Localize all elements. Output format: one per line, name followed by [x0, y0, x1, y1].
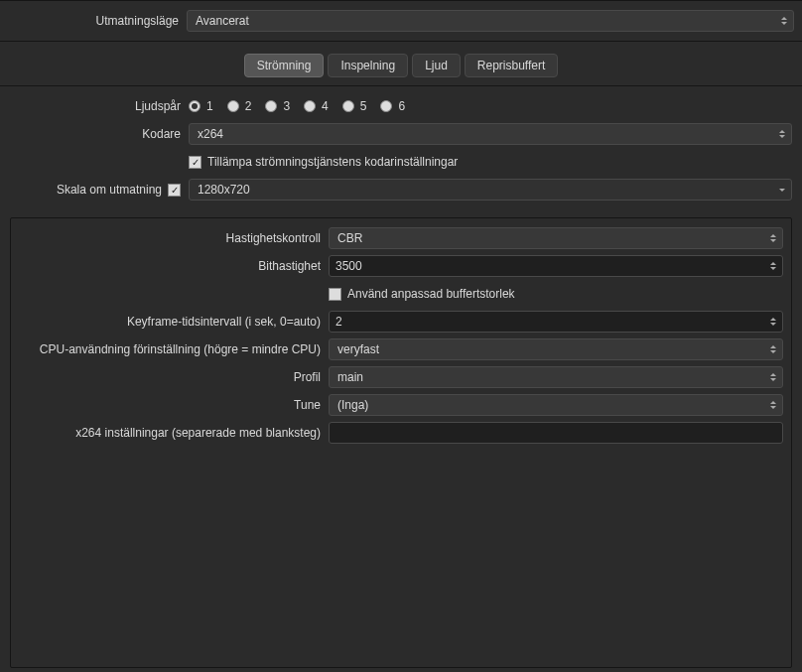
keyframe-label: Keyframe-tidsintervall (i sek, 0=auto) [19, 315, 329, 329]
audio-track-radio-6[interactable] [380, 100, 392, 112]
output-mode-select[interactable]: Avancerat [187, 10, 794, 32]
rescale-select[interactable]: 1280x720 [189, 179, 792, 201]
audio-track-radio-5[interactable] [342, 100, 354, 112]
updown-icon [766, 313, 780, 331]
encoder-label: Kodare [10, 127, 189, 141]
audio-track-radio-4[interactable] [304, 100, 316, 112]
rate-control-row: Hastighetskontroll CBR [19, 224, 783, 252]
enforce-service-row: ✓ Tillämpa strömningstjänstens kodarinst… [10, 148, 792, 176]
tab-streaming[interactable]: Strömning [244, 54, 325, 77]
output-mode-label: Utmatningsläge [8, 14, 187, 28]
tab-replay-buffer[interactable]: Reprisbuffert [465, 54, 558, 77]
audio-track-6-label: 6 [398, 99, 405, 113]
x264opts-label: x264 inställningar (separerade med blank… [19, 426, 329, 440]
x264opts-row: x264 inställningar (separerade med blank… [19, 419, 783, 447]
keyframe-row: Keyframe-tidsintervall (i sek, 0=auto) 2 [19, 308, 783, 336]
encoder-row: Kodare x264 [10, 120, 792, 148]
updown-icon [766, 257, 780, 275]
streaming-panel: Ljudspår 1 2 3 4 5 6 Kodare x264 [0, 86, 802, 672]
rescale-row: Skala om utmatning ✓ 1280x720 [10, 176, 792, 203]
chevron-down-icon [775, 181, 789, 199]
rate-control-label: Hastighetskontroll [19, 231, 329, 245]
tab-recording[interactable]: Inspelning [328, 54, 408, 77]
keyframe-value: 2 [335, 315, 342, 329]
audio-track-radio-1[interactable] [189, 100, 200, 112]
cpu-preset-value: veryfast [337, 342, 379, 356]
tune-row: Tune (Inga) [19, 391, 783, 419]
custom-buffer-label: Använd anpassad buffertstorlek [347, 287, 515, 301]
updown-icon [777, 12, 791, 30]
output-tabs: Strömning Inspelning Ljud Reprisbuffert [0, 42, 802, 86]
cpu-preset-label: CPU-användning förinställning (högre = m… [19, 342, 329, 356]
custom-buffer-row: Använd anpassad buffertstorlek [19, 280, 783, 308]
audio-track-label: Ljudspår [10, 99, 189, 113]
encoder-select[interactable]: x264 [189, 123, 792, 145]
encoder-value: x264 [198, 127, 223, 141]
updown-icon [775, 125, 789, 143]
keyframe-input[interactable]: 2 [329, 311, 783, 333]
x264opts-input[interactable] [329, 422, 783, 444]
audio-track-2-label: 2 [245, 99, 252, 113]
tune-label: Tune [19, 398, 329, 412]
output-mode-row: Utmatningsläge Avancerat [0, 0, 802, 42]
rate-control-select[interactable]: CBR [329, 227, 783, 249]
enforce-service-checkbox[interactable]: ✓ [189, 156, 201, 169]
tune-value: (Inga) [337, 398, 368, 412]
audio-track-4-label: 4 [322, 99, 329, 113]
bitrate-label: Bithastighet [19, 259, 329, 273]
rate-control-value: CBR [337, 231, 362, 245]
cpu-preset-select[interactable]: veryfast [329, 338, 783, 360]
rescale-checkbox[interactable]: ✓ [168, 184, 181, 197]
audio-track-3-label: 3 [283, 99, 290, 113]
updown-icon [766, 340, 780, 358]
profile-row: Profil main [19, 363, 783, 391]
audio-track-row: Ljudspår 1 2 3 4 5 6 [10, 92, 792, 120]
rescale-label: Skala om utmatning [57, 183, 162, 197]
output-mode-value: Avancerat [196, 14, 249, 28]
profile-select[interactable]: main [329, 366, 783, 388]
audio-track-1-label: 1 [206, 99, 213, 113]
updown-icon [766, 396, 780, 414]
audio-track-radio-2[interactable] [227, 100, 239, 112]
enforce-service-label: Tillämpa strömningstjänstens kodarinstäl… [207, 155, 458, 169]
updown-icon [766, 229, 780, 247]
encoder-settings-group: Hastighetskontroll CBR Bithastighet 3500 [10, 217, 792, 668]
bitrate-value: 3500 [335, 259, 362, 273]
cpu-preset-row: CPU-användning förinställning (högre = m… [19, 336, 783, 363]
tab-audio[interactable]: Ljud [412, 54, 461, 77]
audio-track-5-label: 5 [360, 99, 367, 113]
custom-buffer-checkbox[interactable] [329, 288, 341, 301]
updown-icon [766, 368, 780, 386]
bitrate-row: Bithastighet 3500 [19, 252, 783, 280]
profile-value: main [337, 370, 363, 384]
rescale-value: 1280x720 [198, 183, 250, 197]
bitrate-input[interactable]: 3500 [329, 255, 783, 277]
profile-label: Profil [19, 370, 329, 384]
audio-track-radio-3[interactable] [265, 100, 277, 112]
tune-select[interactable]: (Inga) [329, 394, 783, 416]
